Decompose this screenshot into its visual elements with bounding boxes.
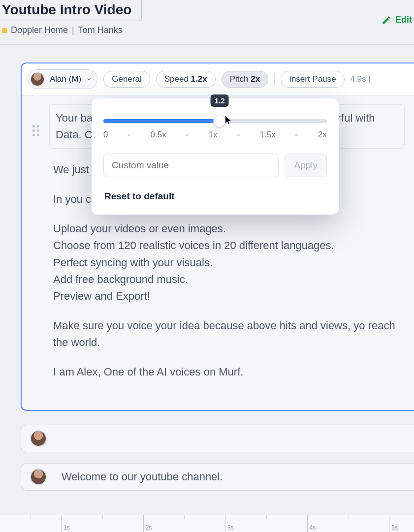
edit-label: Edit <box>395 15 412 25</box>
voice-name: Alan (M) <box>50 74 81 84</box>
timeline-segment: 3s <box>225 515 307 532</box>
timeline-label: 3s <box>227 524 234 531</box>
voice-avatar <box>30 469 47 485</box>
voice-avatar <box>30 430 47 447</box>
tick-label: 1.5x <box>260 130 276 140</box>
breadcrumb: Doppler Home | Tom Hanks <box>0 21 414 40</box>
chevron-down-icon <box>86 76 92 82</box>
custom-value-row: Apply <box>103 154 327 177</box>
timeline-segment: 4s <box>307 515 389 532</box>
block-toolbar: Alan (M) General Speed 1.2x Pitch 2x Ins… <box>22 63 414 95</box>
slider-fill <box>103 119 220 123</box>
timeline-segment <box>0 515 61 532</box>
timeline-label: 2s <box>146 524 152 531</box>
tick-dot <box>295 134 298 136</box>
toolbar-divider <box>274 73 275 86</box>
apply-button[interactable]: Apply <box>285 154 327 177</box>
paragraph-4b[interactable]: Choose from 120 realistic voices in 20 d… <box>53 237 405 254</box>
paragraph-6[interactable]: I am Alex, One of the AI voices on Murf. <box>53 364 405 380</box>
slider-ticks: 0 0.5x 1x 1.5x 2x <box>103 130 327 140</box>
block-3-text[interactable]: Welcome to our youtube channel. <box>62 470 223 483</box>
custom-value-input[interactable] <box>103 154 279 177</box>
timeline-label: 5s <box>391 524 398 531</box>
tick-dot <box>186 134 189 136</box>
speed-popover: 1.2 0 0.5x 1x 1.5x 2x Apply Reset to def… <box>92 98 339 215</box>
pitch-chip[interactable]: Pitch 2x <box>222 71 268 88</box>
duration-label: 4.9s | <box>350 74 371 84</box>
timeline-segment: 2s <box>143 515 225 532</box>
slider-container: 1.2 0 0.5x 1x 1.5x 2x <box>103 109 327 145</box>
paragraph-4e[interactable]: Preview and Export! <box>53 288 405 305</box>
slider-tooltip: 1.2 <box>211 94 229 107</box>
breadcrumb-separator: | <box>72 25 74 35</box>
insert-pause-button[interactable]: Insert Pause <box>281 71 344 88</box>
timeline-segment: 1s <box>61 515 143 532</box>
title-container: Youtube Intro Video <box>0 0 142 21</box>
cursor-icon <box>224 114 234 126</box>
page-title[interactable]: Youtube Intro Video <box>0 2 135 17</box>
header: Youtube Intro Video Doppler Home | Tom H… <box>0 0 414 44</box>
tick-label: 2x <box>318 130 327 140</box>
paragraph-4a[interactable]: Upload your videos or even images. <box>53 220 405 237</box>
voice-avatar <box>30 72 45 87</box>
voice-selector[interactable]: Alan (M) <box>28 69 97 89</box>
tick-label: 1x <box>209 130 218 140</box>
timeline-ruler[interactable]: 1s 2s 3s 4s 5s <box>0 515 414 532</box>
breadcrumb-user[interactable]: Tom Hanks <box>78 25 123 35</box>
drag-handle-icon[interactable] <box>32 125 39 136</box>
paragraph-4d[interactable]: Add free background music. <box>53 271 405 288</box>
general-chip[interactable]: General <box>103 71 150 88</box>
speed-chip[interactable]: Speed 1.2x <box>156 71 216 88</box>
paragraph-4c[interactable]: Perfect syncing with your visuals. <box>53 254 405 271</box>
timeline-label: 4s <box>310 524 316 531</box>
slider-track[interactable] <box>103 119 327 123</box>
tick-label: 0.5x <box>151 130 166 140</box>
timeline-segment: 5s <box>389 515 414 532</box>
tick-dot <box>128 134 130 136</box>
tick-label: 0 <box>103 130 108 140</box>
paragraph-5[interactable]: Make sure you voice your idea because ab… <box>53 317 405 351</box>
breadcrumb-workspace[interactable]: Doppler Home <box>11 25 68 35</box>
tick-dot <box>237 134 240 136</box>
timeline-label: 1s <box>64 524 70 531</box>
project-color-marker <box>2 28 7 33</box>
text-block-2[interactable] <box>21 425 414 452</box>
edit-button[interactable]: Edit <box>382 15 414 25</box>
reset-button[interactable]: Reset to default <box>103 189 176 204</box>
pencil-icon <box>382 15 391 25</box>
text-block-3[interactable]: Welcome to our youtube channel. <box>21 463 414 491</box>
